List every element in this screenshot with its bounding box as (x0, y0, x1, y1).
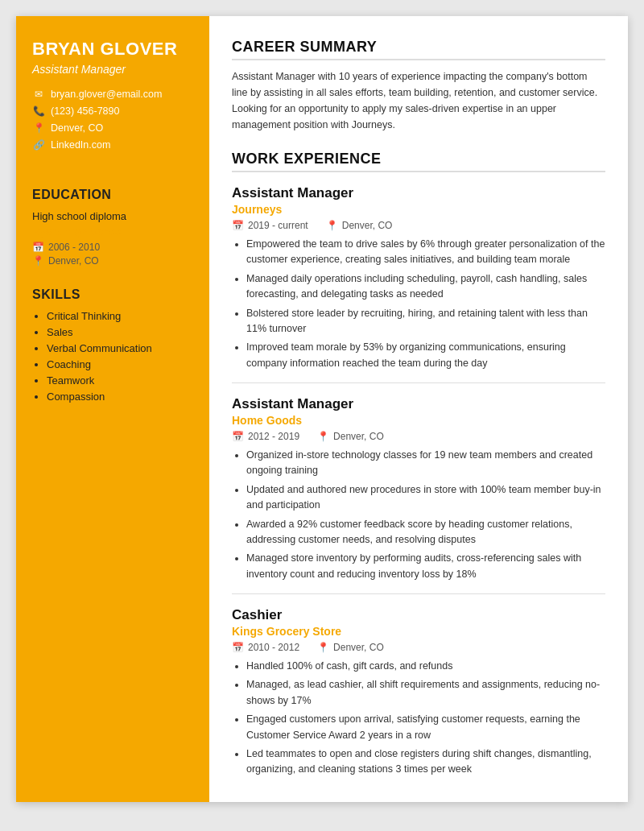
job-company-1: Journeys (232, 203, 605, 216)
education-degree: High school diploma (32, 210, 193, 222)
candidate-title: Assistant Manager (32, 63, 193, 76)
job-location-2: 📍 Denver, CO (317, 431, 384, 442)
contact-email: ✉ bryan.glover@email.com (32, 89, 193, 100)
job-bullets-1: Empowered the team to drive sales by 6% … (232, 237, 605, 371)
skill-item: Compassion (47, 391, 193, 403)
bullet: Organized in-store technology classes fo… (246, 448, 605, 479)
phone-text: (123) 456-7890 (51, 105, 119, 117)
contact-phone: 📞 (123) 456-7890 (32, 105, 193, 117)
bullet: Awarded a 92% customer feedback score by… (246, 517, 605, 548)
bullet: Managed daily operations including sched… (246, 271, 605, 303)
education-section-title: EDUCATION (32, 188, 193, 202)
bullet: Empowered the team to drive sales by 6% … (246, 237, 605, 268)
bullet: Updated and authored new procedures in s… (246, 482, 605, 514)
sidebar-header: BRYAN GLOVER Assistant Manager ✉ bryan.g… (32, 39, 193, 151)
divider-2 (232, 593, 605, 594)
contact-location: 📍 Denver, CO (32, 122, 193, 134)
job-title-2: Assistant Manager (232, 396, 605, 412)
job-title-3: Cashier (232, 607, 605, 623)
resume-container: BRYAN GLOVER Assistant Manager ✉ bryan.g… (16, 16, 628, 802)
job-location-1: 📍 Denver, CO (326, 220, 393, 231)
job-meta-1: 📅 2019 - current 📍 Denver, CO (232, 220, 605, 231)
job-years-1: 📅 2019 - current (232, 220, 308, 231)
location-icon-3: 📍 (317, 642, 329, 653)
job-bullets-2: Organized in-store technology classes fo… (232, 448, 605, 582)
education-school: Byers High School (32, 225, 193, 238)
work-experience-section: Assistant Manager Journeys 📅 2019 - curr… (232, 185, 605, 778)
email-icon: ✉ (32, 89, 45, 100)
bullet: Managed store inventory by performing au… (246, 551, 605, 582)
location-icon-2: 📍 (317, 431, 329, 442)
bullet: Led teammates to open and close register… (246, 746, 605, 778)
phone-icon: 📞 (32, 105, 45, 117)
education-location: 📍 Denver, CO (32, 255, 193, 267)
bullet: Bolstered store leader by recruiting, hi… (246, 306, 605, 337)
email-text: bryan.glover@email.com (51, 89, 162, 100)
education-section: EDUCATION High school diploma Byers High… (32, 188, 193, 267)
divider-1 (232, 382, 605, 383)
linkedin-text: LinkedIn.com (51, 139, 110, 151)
education-years: 📅 2006 - 2010 (32, 242, 193, 253)
job-meta-3: 📅 2010 - 2012 📍 Denver, CO (232, 642, 605, 653)
job-meta-2: 📅 2012 - 2019 📍 Denver, CO (232, 431, 605, 442)
location-small-icon: 📍 (32, 255, 44, 267)
bullet: Improved team morale by 53% by organizin… (246, 340, 605, 371)
skill-item: Teamwork (47, 374, 193, 387)
job-company-3: Kings Grocery Store (232, 625, 605, 638)
skill-item: Sales (47, 326, 193, 338)
job-bullets-3: Handled 100% of cash, gift cards, and re… (232, 659, 605, 778)
calendar-icon: 📅 (32, 242, 44, 253)
skills-list: Critical Thinking Sales Verbal Communica… (32, 310, 193, 403)
career-summary-title: CAREER SUMMARY (232, 39, 605, 60)
skill-item: Critical Thinking (47, 310, 193, 322)
job-years-2: 📅 2012 - 2019 (232, 431, 299, 442)
calendar-icon-2: 📅 (232, 431, 244, 442)
skill-item: Verbal Communication (47, 342, 193, 354)
job-location-3: 📍 Denver, CO (317, 642, 384, 653)
job-title-1: Assistant Manager (232, 185, 605, 201)
work-experience-title: WORK EXPERIENCE (232, 151, 605, 172)
main-content: CAREER SUMMARY Assistant Manager with 10… (209, 16, 628, 802)
skills-section: SKILLS Critical Thinking Sales Verbal Co… (32, 287, 193, 403)
calendar-icon-3: 📅 (232, 642, 244, 653)
contact-section: ✉ bryan.glover@email.com 📞 (123) 456-789… (32, 89, 193, 151)
candidate-name: BRYAN GLOVER (32, 39, 193, 60)
skills-section-title: SKILLS (32, 287, 193, 302)
bullet: Managed, as lead cashier, all shift requ… (246, 677, 605, 709)
job-years-3: 📅 2010 - 2012 (232, 642, 299, 653)
linkedin-icon: 🔗 (32, 139, 45, 151)
bullet: Engaged customers upon arrival, satisfyi… (246, 712, 605, 743)
sidebar: BRYAN GLOVER Assistant Manager ✉ bryan.g… (16, 16, 209, 802)
job-company-2: Home Goods (232, 414, 605, 427)
location-icon: 📍 (32, 122, 45, 134)
location-text: Denver, CO (51, 122, 103, 134)
skill-item: Coaching (47, 358, 193, 370)
contact-linkedin[interactable]: 🔗 LinkedIn.com (32, 139, 193, 151)
calendar-icon-1: 📅 (232, 220, 244, 231)
career-summary-text: Assistant Manager with 10 years of exper… (232, 68, 605, 133)
bullet: Handled 100% of cash, gift cards, and re… (246, 659, 605, 674)
location-icon-1: 📍 (326, 220, 338, 231)
